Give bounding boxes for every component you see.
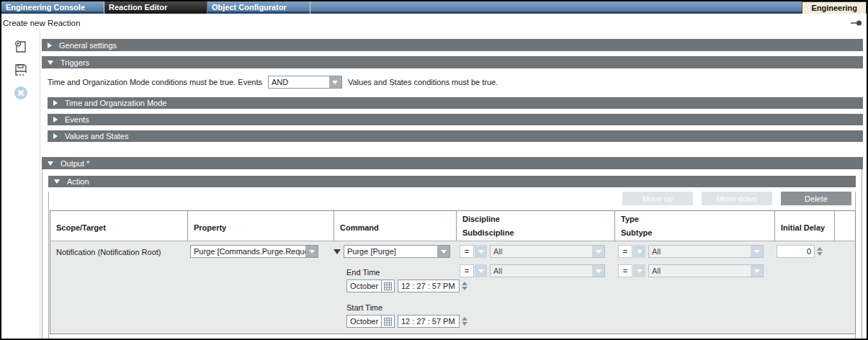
dropdown-arrow-icon[interactable] bbox=[633, 264, 645, 277]
tab-bar-spacer bbox=[310, 1, 802, 14]
scope-target-cell: Notification (Notification Root) bbox=[50, 241, 187, 334]
move-down-button[interactable]: Move down bbox=[702, 192, 772, 205]
output-body: Action Move up Move down Delete Scope/Ta… bbox=[42, 169, 862, 339]
dropdown-arrow-icon[interactable] bbox=[475, 245, 487, 258]
section-general-settings[interactable]: General settings bbox=[42, 39, 863, 51]
section-output-label: Output * bbox=[61, 159, 89, 168]
tab-bar: Engineering Console Reaction Editor Obje… bbox=[1, 1, 867, 14]
initial-delay-cell: 0 bbox=[774, 241, 834, 334]
chevron-down-icon bbox=[54, 179, 60, 184]
discipline-value: All bbox=[491, 246, 592, 257]
column-property: Property bbox=[187, 211, 334, 241]
triggers-condition-row: Time and Organization Mode conditions mu… bbox=[42, 68, 863, 96]
command-value: Purge [Purge] bbox=[344, 246, 437, 257]
subtype-dropdown[interactable]: All bbox=[648, 264, 764, 277]
property-dropdown[interactable]: Purge [Commands.Purge.Reque bbox=[190, 245, 318, 258]
chevron-right-icon bbox=[53, 133, 58, 139]
reaction-editor-window: Engineering Console Reaction Editor Obje… bbox=[0, 0, 868, 340]
tab-reaction-editor[interactable]: Reaction Editor bbox=[104, 1, 207, 14]
calendar-icon[interactable] bbox=[381, 280, 394, 292]
tab-engineering-console[interactable]: Engineering Console bbox=[1, 1, 104, 14]
tab-engineering[interactable]: Engineering bbox=[802, 1, 867, 14]
command-expander-icon[interactable] bbox=[334, 249, 341, 254]
chevron-right-icon bbox=[53, 117, 58, 122]
main-content: General settings Triggers Time and Organ… bbox=[40, 32, 867, 339]
section-general-settings-label: General settings bbox=[59, 41, 117, 50]
type-value: All bbox=[649, 246, 751, 257]
body: General settings Triggers Time and Organ… bbox=[1, 32, 867, 339]
dropdown-arrow-icon[interactable] bbox=[592, 246, 604, 257]
section-events-label: Events bbox=[65, 115, 89, 124]
end-time-value: 12 : 27 : 57 PM bbox=[398, 280, 459, 292]
new-reaction-icon[interactable] bbox=[13, 39, 29, 55]
start-time-value: 12 : 27 : 57 PM bbox=[398, 316, 459, 327]
column-type-subtype: Type Subtype bbox=[614, 211, 774, 241]
save-icon[interactable] bbox=[13, 62, 29, 78]
end-time-label: End Time bbox=[346, 268, 456, 277]
start-time-label: Start Time bbox=[346, 303, 456, 312]
dropdown-arrow-icon[interactable] bbox=[751, 246, 763, 257]
end-time-picker: October bbox=[346, 279, 456, 292]
condition-text-right: Values and States conditions must be tru… bbox=[348, 78, 498, 86]
type-filter: = All bbox=[618, 245, 774, 258]
subdiscipline-filter: = All bbox=[460, 264, 614, 277]
pin-icon[interactable] bbox=[851, 19, 862, 27]
section-output[interactable]: Output * bbox=[42, 157, 863, 169]
delete-button[interactable]: Delete bbox=[781, 192, 851, 205]
dropdown-arrow-icon[interactable] bbox=[633, 245, 645, 258]
table-row: Notification (Notification Root) Purge [… bbox=[50, 241, 855, 334]
type-dropdown[interactable]: All bbox=[648, 245, 764, 258]
dropdown-arrow-icon[interactable] bbox=[329, 76, 341, 88]
table-header: Scope/Target Property Command Discipline… bbox=[50, 211, 855, 241]
command-cell: Purge [Purge] End Time October bbox=[334, 241, 456, 334]
discipline-filter: = All bbox=[460, 245, 614, 258]
column-initial-delay: Initial Delay bbox=[774, 211, 834, 241]
section-action-label: Action bbox=[67, 177, 89, 186]
cancel-icon[interactable] bbox=[13, 85, 29, 101]
section-triggers-label: Triggers bbox=[61, 58, 89, 67]
section-time-organization-mode[interactable]: Time and Organization Mode bbox=[48, 97, 863, 109]
action-body: Move up Move down Delete Scope/Target Pr… bbox=[48, 192, 856, 339]
events-operator-dropdown[interactable]: AND bbox=[268, 76, 342, 89]
events-operator-value: AND bbox=[269, 76, 329, 88]
chevron-down-icon bbox=[48, 61, 53, 65]
type-operator[interactable]: = bbox=[618, 245, 632, 258]
dropdown-arrow-icon[interactable] bbox=[592, 265, 604, 277]
end-time-input[interactable]: 12 : 27 : 57 PM bbox=[398, 279, 460, 292]
tab-object-configurator[interactable]: Object Configurator bbox=[207, 1, 310, 14]
dropdown-arrow-icon[interactable] bbox=[475, 264, 487, 277]
title-row: Create new Reaction bbox=[1, 14, 867, 32]
subdiscipline-operator[interactable]: = bbox=[460, 264, 474, 277]
property-cell: Purge [Commands.Purge.Reque bbox=[187, 241, 334, 334]
subdiscipline-dropdown[interactable]: All bbox=[490, 264, 605, 277]
section-values-states[interactable]: Values and States bbox=[48, 130, 863, 142]
section-triggers[interactable]: Triggers bbox=[42, 56, 863, 68]
property-value: Purge [Commands.Purge.Reque bbox=[191, 246, 305, 257]
calendar-icon[interactable] bbox=[381, 316, 394, 327]
end-date-input[interactable]: October bbox=[346, 279, 395, 292]
chevron-right-icon bbox=[48, 42, 52, 48]
subtype-value: All bbox=[649, 265, 751, 277]
command-dropdown[interactable]: Purge [Purge] bbox=[344, 245, 450, 258]
action-table: Scope/Target Property Command Discipline… bbox=[50, 210, 856, 334]
condition-text-left: Time and Organization Mode conditions mu… bbox=[48, 78, 262, 86]
dropdown-arrow-icon[interactable] bbox=[305, 246, 318, 257]
dropdown-arrow-icon[interactable] bbox=[437, 246, 449, 257]
start-time-picker: October bbox=[346, 315, 456, 328]
initial-delay-spinner[interactable] bbox=[817, 247, 823, 256]
initial-delay-input[interactable]: 0 bbox=[777, 245, 815, 258]
subtype-operator[interactable]: = bbox=[618, 264, 632, 277]
discipline-operator[interactable]: = bbox=[460, 245, 474, 258]
section-action[interactable]: Action bbox=[48, 176, 856, 187]
start-date-input[interactable]: October bbox=[346, 315, 395, 328]
subdiscipline-value: All bbox=[491, 265, 592, 277]
dropdown-arrow-icon[interactable] bbox=[751, 265, 763, 277]
column-discipline-subdiscipline: Discipline Subdiscipline bbox=[456, 211, 614, 241]
discipline-dropdown[interactable]: All bbox=[490, 245, 605, 258]
move-up-button[interactable]: Move up bbox=[622, 192, 693, 205]
start-time-input[interactable]: 12 : 27 : 57 PM bbox=[398, 315, 460, 328]
action-buttons: Move up Move down Delete bbox=[50, 192, 851, 205]
column-command: Command bbox=[334, 211, 456, 241]
section-events[interactable]: Events bbox=[48, 114, 863, 125]
type-cell: = All = bbox=[614, 241, 774, 334]
